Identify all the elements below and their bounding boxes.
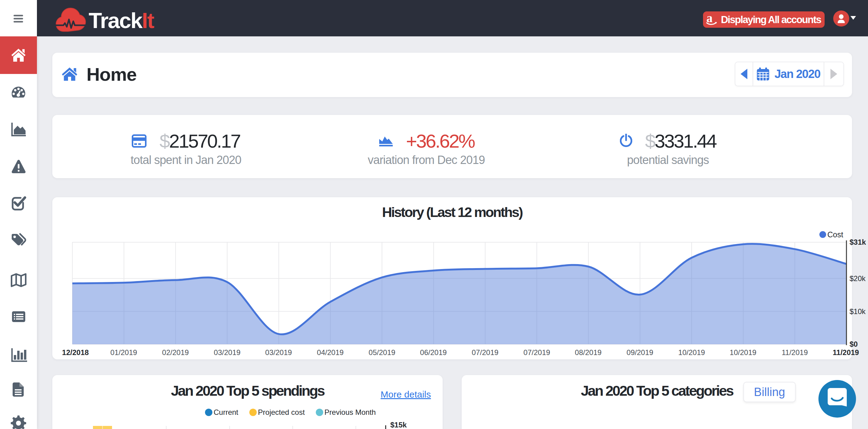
svg-text:03/2019: 03/2019 <box>265 348 292 356</box>
svg-text:05/2019: 05/2019 <box>369 348 396 356</box>
svg-text:11/2019: 11/2019 <box>833 348 859 356</box>
svg-text:03/2019: 03/2019 <box>214 348 241 356</box>
svg-text:Cost: Cost <box>827 230 843 239</box>
svg-text:$10k: $10k <box>849 307 866 316</box>
svg-text:10/2019: 10/2019 <box>730 348 756 356</box>
svg-text:09/2019: 09/2019 <box>627 348 653 356</box>
svg-text:$0: $0 <box>849 340 858 348</box>
svg-text:$15k: $15k <box>390 421 407 429</box>
svg-text:06/2019: 06/2019 <box>420 348 447 356</box>
svg-text:$20k: $20k <box>849 274 866 283</box>
svg-text:12/2018: 12/2018 <box>62 348 89 356</box>
svg-text:07/2019: 07/2019 <box>524 348 550 356</box>
svg-text:07/2019: 07/2019 <box>472 348 499 356</box>
svg-text:08/2019: 08/2019 <box>575 348 602 356</box>
svg-text:01/2019: 01/2019 <box>111 348 137 356</box>
svg-text:02/2019: 02/2019 <box>162 348 189 356</box>
svg-text:10/2019: 10/2019 <box>678 348 705 356</box>
svg-text:04/2019: 04/2019 <box>317 348 344 356</box>
svg-text:$31k: $31k <box>849 238 866 246</box>
svg-text:11/2019: 11/2019 <box>782 348 808 356</box>
